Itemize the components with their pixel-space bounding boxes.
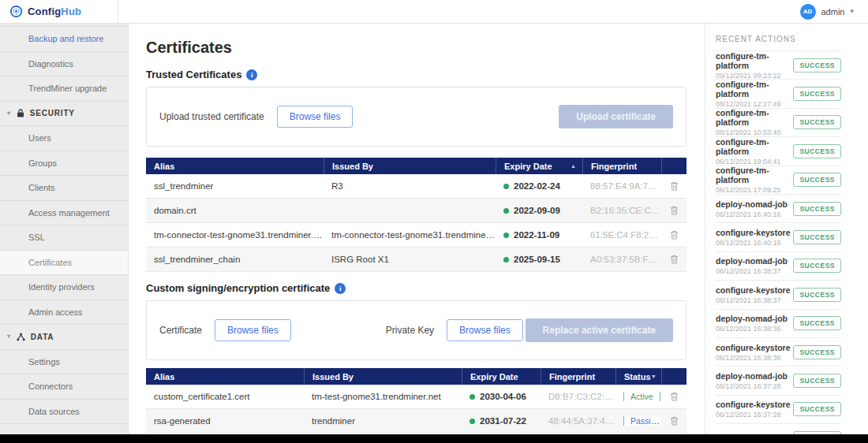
sort-asc-icon: ▲ [571, 163, 576, 169]
private-key-browse-files-button[interactable]: Browse files [447, 319, 523, 341]
custom-certificates-table: Alias Issued By Expiry Date Fingerprint … [146, 368, 687, 443]
chevron-down-icon: ▾ [7, 110, 11, 117]
column-header-fingerprint[interactable]: Fingerprint [582, 158, 661, 174]
sidebar-item-backup-and-restore[interactable]: Backup and restore [0, 27, 128, 52]
table-row: ssl_trendminer R3 2022-02-24 88:57:E4:9A… [146, 174, 687, 199]
sidebar-item-clients[interactable]: Clients [0, 176, 128, 201]
status-badge: SUCCESS [793, 173, 841, 187]
data-nodes-icon [17, 333, 25, 341]
trash-icon[interactable] [670, 255, 679, 264]
status-badge: SUCCESS [793, 202, 841, 216]
column-header-status[interactable]: Status▼ [615, 368, 661, 385]
status-badge: SUCCESS [793, 259, 841, 273]
status-badge: SUCCESS [793, 144, 841, 158]
sidebar-item-settings[interactable]: Settings [0, 350, 128, 375]
status-badge: Active [623, 392, 660, 401]
list-item[interactable]: deploy-nomad-job06/12/2021 16:38:37 SUCC… [716, 252, 841, 281]
status-dot [503, 257, 509, 262]
status-dot [470, 394, 475, 400]
trash-icon[interactable] [670, 416, 679, 426]
custom-certificate-panel: Certificate Browse files Private Key Bro… [146, 300, 687, 360]
list-item[interactable]: deploy-nomad-job06/12/2021 16:37:28 SUCC… [716, 367, 841, 395]
column-header-issued-by[interactable]: Issued By [304, 368, 462, 385]
list-item[interactable]: configure-keystore06/12/2021 16:38:36 SU… [716, 338, 841, 367]
chevron-down-icon: ▾ [850, 8, 854, 15]
brand-name: ConfigHub [28, 6, 81, 17]
sidebar-item-connectors[interactable]: Connectors [0, 374, 128, 400]
sidebar-item-groups[interactable]: Groups [0, 151, 128, 177]
list-item[interactable]: configure-tm-platform06/12/2021 17:09:25… [716, 166, 841, 195]
sort-desc-icon: ▼ [651, 374, 657, 379]
brand-logo[interactable]: ConfigHub [0, 0, 118, 23]
user-menu[interactable]: AD admin ▾ [800, 4, 868, 20]
list-item[interactable]: configure-keystore06/12/2021 16:38:37 SU… [716, 281, 841, 309]
sidebar: Backup and restore Diagnostics TrendMine… [0, 24, 129, 443]
column-header-expiry-date[interactable]: Expiry Date [462, 368, 541, 385]
list-item[interactable]: configure-keystore06/12/2021 16:37:28 SU… [716, 396, 841, 424]
trash-icon[interactable] [670, 206, 679, 215]
column-header-issued-by[interactable]: Issued By [324, 158, 496, 174]
column-header-expiry-date[interactable]: Expiry Date▲ [496, 158, 582, 174]
bottom-black-bar [0, 434, 868, 443]
list-item[interactable]: deploy-nomad-job06/12/2021 16:38:36 SUCC… [716, 310, 841, 338]
trash-icon[interactable] [670, 392, 679, 401]
sidebar-item-identity-providers[interactable]: Identity providers [0, 275, 128, 300]
table-row: ssl_trendminer_chain ISRG Root X1 2025-0… [146, 248, 687, 272]
column-header-alias[interactable]: Alias [146, 368, 304, 385]
upload-certificate-button[interactable]: Upload certificate [559, 105, 673, 128]
list-item[interactable]: configure-keystore06/12/2021 16:40:16 SU… [716, 223, 841, 251]
status-dot [503, 233, 509, 238]
status-badge: Passive [623, 416, 661, 426]
sidebar-item-users[interactable]: Users [0, 126, 128, 151]
trash-icon[interactable] [670, 181, 679, 191]
sidebar-item-ssl[interactable]: SSL [0, 225, 128, 251]
status-dot [470, 419, 475, 424]
list-item[interactable]: configure-tm-platform06/12/2021 19:04:41… [716, 137, 841, 166]
trusted-certificates-heading: Trusted Certificates [146, 69, 241, 80]
table-row: tm-connector-test-gnome31.trendminer.net… [146, 223, 687, 248]
status-dot [503, 208, 509, 214]
avatar: AD [800, 4, 816, 20]
status-badge: SUCCESS [793, 87, 841, 101]
lock-icon [17, 109, 24, 117]
sidebar-section-data[interactable]: ▾ DATA [0, 325, 128, 350]
sidebar-item-certificates[interactable]: Certificates [0, 251, 128, 276]
sidebar-item-trendminer-upgrade[interactable]: TrendMiner upgrade [0, 76, 128, 102]
info-icon[interactable]: i [246, 69, 257, 80]
list-item[interactable]: configure-tm-platform08/12/2021 12:27:49… [716, 80, 841, 108]
replace-active-certificate-button[interactable]: Replace active certificate [526, 318, 673, 342]
private-key-label: Private Key [386, 325, 434, 336]
list-item[interactable]: configure-tm-platform08/12/2021 10:53:40… [716, 109, 841, 137]
sidebar-item-access-management[interactable]: Access management [0, 201, 128, 226]
username: admin [821, 7, 845, 17]
sidebar-item-admin-access[interactable]: Admin access [0, 300, 128, 326]
upload-trusted-certificate-panel: Upload trusted certificate Browse files … [146, 87, 687, 147]
status-badge: SUCCESS [793, 345, 841, 359]
certificate-browse-files-button[interactable]: Browse files [215, 319, 291, 341]
table-header-row: Alias Issued By Expiry Date▲ Fingerprint [146, 158, 687, 174]
custom-certificate-heading: Custom signing/encryption certificate [146, 282, 330, 294]
info-icon[interactable]: i [335, 283, 346, 294]
column-header-alias[interactable]: Alias [146, 158, 324, 174]
browse-files-button[interactable]: Browse files [277, 106, 354, 128]
table-header-row: Alias Issued By Expiry Date Fingerprint … [146, 368, 687, 385]
chevron-down-icon: ▾ [7, 333, 11, 340]
status-badge: SUCCESS [793, 58, 841, 73]
column-header-fingerprint[interactable]: Fingerprint [541, 368, 615, 385]
sidebar-section-security[interactable]: ▾ SECURITY [0, 102, 128, 127]
table-row: custom_certificate1.cert tm-test-gnome31… [146, 385, 687, 409]
column-header-actions [661, 158, 687, 174]
status-dot [503, 184, 509, 189]
trash-icon[interactable] [670, 230, 679, 240]
column-header-actions [661, 368, 687, 385]
list-item[interactable]: configure-tm-platform09/12/2021 09:23:22… [716, 51, 841, 80]
top-bar: ConfigHub AD admin ▾ [0, 0, 868, 24]
sidebar-item-data-sources[interactable]: Data sources [0, 400, 128, 425]
list-item[interactable]: deploy-nomad-job06/12/2021 16:40:16 SUCC… [716, 195, 841, 223]
certificate-label: Certificate [159, 325, 202, 336]
recent-actions-panel: RECENT ACTIONS configure-tm-platform09/1… [705, 24, 868, 443]
recent-actions-heading: RECENT ACTIONS [716, 35, 841, 51]
status-badge: SUCCESS [793, 402, 841, 416]
confighub-logo-icon [9, 5, 23, 18]
sidebar-item-diagnostics[interactable]: Diagnostics [0, 52, 128, 77]
